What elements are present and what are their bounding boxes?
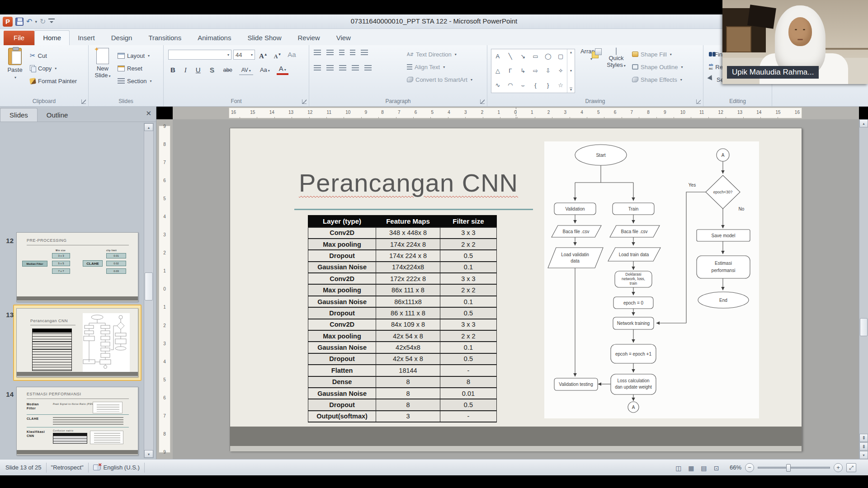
bullets-icon[interactable] <box>314 50 321 55</box>
slide-thumbnail-14[interactable]: ESTIMASI PERFORMANSI Median Filter Peak … <box>16 387 138 455</box>
bold-button[interactable]: B <box>168 65 178 75</box>
zoom-level[interactable]: 66% <box>730 464 741 471</box>
shape-gallery-item[interactable]: A <box>496 53 500 60</box>
powerpoint-app-icon[interactable]: P <box>3 17 13 27</box>
shape-gallery-item[interactable]: ✧ <box>558 67 563 74</box>
theme-button[interactable]: "Retrospect" <box>51 464 84 471</box>
spell-check-icon[interactable]: ✕ <box>93 465 101 470</box>
change-case-button[interactable]: Aa▾ <box>258 65 272 75</box>
align-right-icon[interactable] <box>339 65 346 70</box>
next-slide-icon[interactable]: ⇟ <box>859 442 868 450</box>
section-button[interactable]: Section▾ <box>118 76 151 86</box>
font-color-button[interactable]: A▾ <box>277 65 288 75</box>
language-button[interactable]: English (U.S.) <box>104 464 140 471</box>
italic-button[interactable]: I <box>182 65 189 75</box>
shape-gallery-item[interactable]: ╲ <box>509 53 512 60</box>
scroll-up-icon[interactable]: ▲ <box>859 119 868 127</box>
shape-gallery-item[interactable]: ↘ <box>520 53 525 60</box>
drawing-dialog-launcher[interactable] <box>696 99 701 104</box>
shape-gallery-item[interactable]: ☆ <box>558 82 563 89</box>
zoom-in-icon[interactable]: + <box>834 463 843 472</box>
tab-home[interactable]: Home <box>34 30 70 45</box>
panel-scrollbar[interactable]: ▲ ▼ <box>144 123 154 458</box>
arrange-button[interactable]: Arrange▾ <box>579 48 603 61</box>
underline-button[interactable]: U <box>193 65 203 75</box>
align-left-icon[interactable] <box>314 65 321 70</box>
panel-tab-slides[interactable]: Slides <box>0 108 38 122</box>
undo-caret-icon[interactable]: ▾ <box>35 19 37 24</box>
scroll-thumb[interactable] <box>860 318 868 336</box>
shape-gallery-item[interactable]: ⇩ <box>546 67 551 74</box>
main-scrollbar[interactable]: ▲ ⇞ ⇟ ▼ <box>859 119 868 459</box>
view-button[interactable]: ▤ <box>698 463 710 473</box>
shapes-scroll-up-icon[interactable]: ▲ <box>570 51 573 54</box>
zoom-slider-thumb[interactable] <box>786 464 791 472</box>
new-slide-button[interactable]: ✦ New Slide▾ <box>90 48 115 80</box>
layout-button[interactable]: Layout▾ <box>118 51 151 61</box>
line-spacing-icon[interactable] <box>361 50 368 55</box>
slide-workspace[interactable]: Perancangan CNN Layer (type) Feature Map… <box>173 119 859 459</box>
columns-icon[interactable] <box>364 65 372 70</box>
slide-canvas[interactable]: Perancangan CNN Layer (type) Feature Map… <box>230 128 802 451</box>
zoom-out-icon[interactable]: − <box>745 463 754 472</box>
paste-button[interactable]: Paste▾ <box>3 48 27 80</box>
tab-transitions[interactable]: Transitions <box>140 31 189 45</box>
tab-design[interactable]: Design <box>103 31 141 45</box>
format-painter-button[interactable]: Format Painter <box>30 76 77 86</box>
shape-gallery-item[interactable]: ◯ <box>545 53 552 60</box>
customize-qat-icon[interactable] <box>48 19 55 25</box>
slide-thumbnail-13[interactable]: Perancangan CNN <box>16 308 138 377</box>
shape-gallery-item[interactable]: △ <box>495 67 500 74</box>
save-icon[interactable] <box>15 18 24 26</box>
zoom-slider[interactable] <box>758 467 830 469</box>
clipboard-dialog-launcher[interactable] <box>81 99 86 104</box>
slide-title[interactable]: Perancangan CNN <box>299 168 518 197</box>
paragraph-dialog-launcher[interactable] <box>480 99 485 104</box>
shape-gallery-item[interactable]: } <box>547 82 549 89</box>
panel-close-icon[interactable]: ✕ <box>146 109 151 117</box>
scroll-down-icon[interactable]: ▼ <box>859 451 868 459</box>
tab-insert[interactable]: Insert <box>70 31 103 45</box>
numbering-icon[interactable] <box>326 50 334 55</box>
shape-effects-button[interactable]: Shape Effects▾ <box>632 74 683 85</box>
shapes-scroll-down-icon[interactable]: ▼ <box>570 69 573 72</box>
shape-gallery-item[interactable]: ▢ <box>558 53 563 60</box>
quick-styles-button[interactable]: Quick Styles▾ <box>604 48 628 69</box>
view-button[interactable]: ⊡ <box>711 463 722 473</box>
tab-slideshow[interactable]: Slide Show <box>239 31 289 45</box>
tab-animations[interactable]: Animations <box>189 31 239 45</box>
panel-scroll-down-icon[interactable]: ▼ <box>144 450 153 458</box>
fit-to-window-icon[interactable]: ⤢ <box>846 463 856 472</box>
font-size-combobox[interactable]: 44▾ <box>233 50 255 60</box>
grow-font-button[interactable]: A▲ <box>257 50 270 60</box>
shape-gallery-item[interactable]: { <box>534 82 536 89</box>
shape-gallery-item[interactable]: ⌣ <box>521 82 525 89</box>
view-button[interactable]: ▦ <box>685 463 697 473</box>
decrease-indent-icon[interactable] <box>339 50 344 55</box>
align-text-button[interactable]: Align Text▾ <box>407 61 472 72</box>
text-shadow-button[interactable]: S <box>208 65 217 75</box>
convert-smartart-button[interactable]: Convert to SmartArt▾ <box>407 74 472 85</box>
shape-gallery-item[interactable]: ∿ <box>495 82 500 89</box>
strikethrough-button[interactable]: abe <box>221 65 235 75</box>
reset-button[interactable]: Reset <box>118 63 151 73</box>
copy-button[interactable]: Copy▾ <box>30 63 77 73</box>
shape-fill-button[interactable]: Shape Fill▾ <box>632 49 683 60</box>
redo-icon[interactable]: ↻ <box>40 17 46 26</box>
tab-file[interactable]: File <box>4 31 34 45</box>
shape-gallery-item[interactable]: ↳ <box>520 67 525 74</box>
font-dialog-launcher[interactable] <box>302 99 307 104</box>
shapes-more-icon[interactable]: ▼ <box>570 88 573 91</box>
shrink-font-button[interactable]: A▼ <box>272 50 284 60</box>
panel-scroll-up-icon[interactable]: ▲ <box>144 123 153 131</box>
align-center-icon[interactable] <box>326 65 334 70</box>
shape-gallery-item[interactable]: ⇨ <box>533 67 538 74</box>
clear-formatting-button[interactable]: Aa <box>285 50 298 60</box>
view-button[interactable]: ◫ <box>673 463 684 473</box>
character-spacing-button[interactable]: AV▾ <box>239 65 253 75</box>
text-direction-button[interactable]: A⇵Text Direction▾ <box>407 49 472 60</box>
tab-view[interactable]: View <box>328 31 359 45</box>
panel-tab-outline[interactable]: Outline <box>38 108 77 122</box>
tab-review[interactable]: Review <box>289 31 328 45</box>
cnn-layers-table[interactable]: Layer (type) Feature Maps Filter size Co… <box>308 215 497 422</box>
